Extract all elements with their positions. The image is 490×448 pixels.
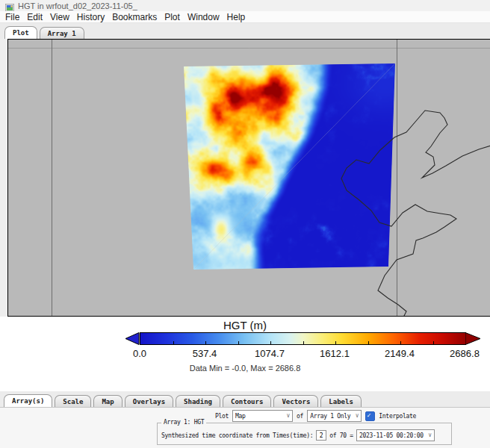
window-title: HGT in wrfout_d02_2023-11-05_ [18,1,137,10]
menubar: FileEditViewHistoryBookmarksPlotWindowHe… [0,11,490,23]
array-selection-dropdown[interactable]: Array 1 Only ∨ [307,410,362,422]
colorbar-stats: Data Min = -0.0, Max = 2686.8 [0,364,490,373]
tab-overlays[interactable]: Overlays [125,395,173,407]
panoply-plot-window: HGT in wrfout_d02_2023-11-05_ FileEditVi… [0,0,490,448]
tab-arrays[interactable]: Array(s) [4,394,52,407]
colorbar-tick [433,341,434,345]
tab-plot[interactable]: Plot [4,26,37,39]
chevron-down-icon: ∨ [287,412,291,419]
colorbar-tick [205,341,206,345]
map-plot-panel [7,39,490,317]
colorbar-tick-label: 537.4 [193,348,217,359]
chevron-down-icon: ∨ [428,432,432,438]
array-selection-value: Array 1 Only [310,413,350,420]
window-titlebar[interactable]: HGT in wrfout_d02_2023-11-05_ [0,0,490,11]
colorbar-tick [173,341,174,345]
time-value: 2023-11-05 00:20:00 [359,432,424,439]
colorbar-title: HGT (m) [0,319,490,332]
tab-array1[interactable]: Array 1 [40,27,84,39]
colorbar-tick-label: 1074.7 [255,348,285,359]
tab-contours[interactable]: Contours [223,395,271,407]
plot-type-value: Map [235,413,246,420]
menu-window[interactable]: Window [184,12,223,22]
of-label: of [297,413,303,420]
array1-groupbox-title: Array 1: HGT [161,419,206,426]
colorbar-tick-label: 2686.8 [450,348,480,359]
plot-label: Plot [215,413,229,420]
colorbar-tick [238,341,239,345]
colorbar-tick-label: 2149.4 [385,348,415,359]
colorbar-tick [335,341,336,345]
menu-bookmarks[interactable]: Bookmarks [108,12,161,22]
time-index-field[interactable] [316,430,326,441]
colorbar-left-arrow-icon [125,332,140,348]
plot-options-row: Plot Map ∨ of Array 1 Only ∨ Interpolate [215,410,416,422]
colorbar-tick [270,341,271,345]
of-total-label: of 70 = [329,432,353,439]
menu-history[interactable]: History [73,12,108,22]
time-coordinate-row: Synthesized time coordinate from Times(t… [161,429,435,441]
chevron-down-icon: ∨ [356,412,359,419]
colorbar-area: HGT (m) 0.0537.41074.71612.12149.42686.8… [0,317,490,391]
tab-shading[interactable]: Shading [176,395,220,407]
menu-help[interactable]: Help [223,12,249,22]
colorbar-right-arrow-icon [465,332,481,348]
time-value-dropdown[interactable]: 2023-11-05 00:20:00 ∨ [356,429,435,441]
controls-panel: Plot Map ∨ of Array 1 Only ∨ Interpolate… [0,408,490,448]
colorbar-tick [368,341,369,345]
map-plot-canvas[interactable] [8,40,490,316]
tab-vectors[interactable]: Vectors [273,395,318,407]
colorbar-tick [303,341,304,345]
colorbar-tick [400,341,401,345]
menu-view[interactable]: View [46,12,73,22]
tab-scale[interactable]: Scale [55,395,91,407]
plot-window-icon [5,1,14,10]
interpolate-label: Interpolate [379,413,416,420]
plot-type-dropdown[interactable]: Map ∨ [232,410,293,422]
colorbar-tick-label: 1612.1 [320,348,350,359]
top-tab-strip: PlotArray 1 [0,23,490,39]
colorbar-gradient [140,332,466,345]
menu-edit[interactable]: Edit [23,12,46,22]
time-coordinate-label: Synthesized time coordinate from Times(t… [161,432,313,439]
colorbar-tick-label: 0.0 [133,348,146,359]
settings-tab-strip: Array(s)ScaleMapOverlaysShadingContoursV… [0,391,490,408]
menu-file[interactable]: File [1,12,23,22]
tab-map[interactable]: Map [93,395,122,407]
tab-labels[interactable]: Labels [320,395,362,407]
menu-plot[interactable]: Plot [161,12,184,22]
interpolate-checkbox[interactable] [365,411,375,421]
